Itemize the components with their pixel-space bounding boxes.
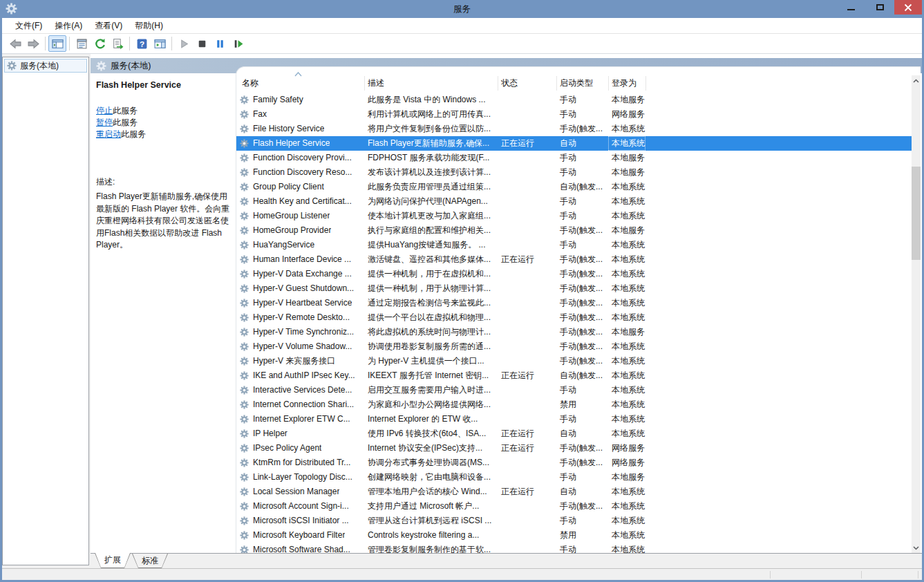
table-row[interactable]: Microsoft iSCSI Initiator ... 管理从这台计算机到远… (236, 514, 912, 528)
service-gear-icon (240, 270, 249, 279)
table-row[interactable]: Hyper-V Data Exchange ... 提供一种机制，用于在虚拟机和… (236, 267, 912, 281)
table-row[interactable]: Family Safety 此服务是 Vista 中的 Windows ... … (236, 93, 912, 107)
console-tree-icon (52, 38, 64, 50)
service-logon-as-cell: 本地系统 (608, 136, 645, 151)
table-row[interactable]: Fax 利用计算机或网络上的可用传真... 手动 网络服务 (236, 107, 912, 122)
table-row[interactable]: Internet Connection Shari... 为家庭和小型办公网络提… (236, 397, 912, 412)
scroll-up-button[interactable] (912, 75, 921, 86)
table-row[interactable]: HuaYangService 提供HuaYang按键通知服务。 ... 手动 本… (236, 238, 912, 252)
service-status-cell (498, 383, 556, 397)
table-row[interactable]: Hyper-V Guest Shutdown... 提供一种机制，用于从物理计算… (236, 281, 912, 296)
table-row[interactable]: Hyper-V Heartbeat Service 通过定期报告检测信号来监视此… (236, 296, 912, 310)
scroll-down-button[interactable] (912, 543, 921, 553)
table-row[interactable]: Microsoft Software Shad... 管理卷影复制服务制作的基于… (236, 543, 912, 553)
table-row[interactable]: Internet Explorer ETW C... Internet Expl… (236, 412, 912, 426)
column-header-description[interactable]: 描述 (364, 67, 498, 93)
menu-view[interactable]: 查看(V) (88, 18, 129, 34)
table-row[interactable]: Flash Helper Service Flash Player更新辅助服务,… (236, 136, 912, 151)
column-header-status[interactable]: 状态 (498, 67, 556, 93)
maximize-button[interactable] (865, 0, 894, 15)
tree-item-label: 服务(本地) (20, 60, 59, 72)
table-row[interactable]: Hyper-V Remote Deskto... 提供一个平台以在虚拟机和物理.… (236, 310, 912, 325)
service-status-cell (498, 310, 556, 325)
table-row[interactable]: Group Policy Client 此服务负责应用管理员通过组策... 自动… (236, 180, 912, 194)
column-header-logon-as[interactable]: 登录为 (608, 67, 645, 93)
table-row[interactable]: Microsoft Account Sign-i... 支持用户通过 Micro… (236, 499, 912, 514)
table-row[interactable]: Hyper-V 来宾服务接口 为 Hyper-V 主机提供一个接口... 手动(… (236, 354, 912, 368)
action-pane-icon (154, 38, 166, 50)
table-row[interactable]: Human Interface Device ... 激活键盘、遥控器和其他多媒… (236, 252, 912, 267)
show-action-pane-button[interactable] (151, 35, 169, 52)
table-row[interactable]: IPsec Policy Agent Internet 协议安全(IPSec)支… (236, 441, 912, 456)
help-button[interactable]: ? (133, 35, 151, 52)
table-row[interactable]: HomeGroup Listener 使本地计算机更改与加入家庭组... 手动 … (236, 209, 912, 223)
pause-service-button[interactable] (211, 35, 229, 52)
service-logon-as-cell: 网络服务 (608, 107, 645, 122)
service-status-cell (498, 281, 556, 296)
service-description: Flash Player更新辅助服务,确保使用最新版的 Flash Player… (96, 191, 232, 252)
start-service-icon (178, 38, 190, 50)
service-gear-icon (240, 255, 249, 264)
scrollbar-thumb[interactable] (912, 167, 921, 260)
table-row[interactable]: Interactive Services Dete... 启用交互服务需要用户输… (236, 383, 912, 397)
column-header-startup-type[interactable]: 启动类型 (556, 67, 608, 93)
service-description-cell: 管理本地用户会话的核心 Wind... (364, 485, 498, 499)
service-startup-type-cell: 自动 (556, 426, 608, 441)
header-separator[interactable] (556, 76, 557, 91)
minimize-button[interactable] (836, 0, 865, 15)
table-row[interactable]: IP Helper 使用 IPv6 转换技术(6to4、ISA... 正在运行 … (236, 426, 912, 441)
header-separator[interactable] (645, 76, 646, 91)
properties-button[interactable] (73, 35, 91, 52)
tab-standard[interactable]: 标准 (132, 554, 168, 568)
service-name: HomeGroup Provider (253, 223, 331, 238)
tab-extended[interactable]: 扩展 (95, 553, 131, 568)
tab-label: 标准 (142, 555, 158, 567)
restart-service-link[interactable]: 重启动 (96, 129, 121, 139)
header-separator[interactable] (608, 76, 609, 91)
header-separator[interactable] (498, 76, 498, 91)
refresh-button[interactable] (91, 35, 109, 52)
service-status-cell: 正在运行 (498, 426, 556, 441)
service-logon-as-cell: 本地服务 (608, 165, 645, 180)
service-status-cell (498, 238, 556, 252)
menu-action[interactable]: 操作(A) (48, 18, 88, 34)
header-separator[interactable] (364, 76, 365, 91)
table-row[interactable]: Local Session Manager 管理本地用户会话的核心 Wind..… (236, 485, 912, 499)
close-button[interactable] (894, 0, 922, 15)
table-row[interactable]: Function Discovery Provi... FDPHOST 服务承载… (236, 151, 912, 165)
stop-service-link[interactable]: 停止 (96, 106, 113, 115)
back-button[interactable] (6, 35, 24, 52)
restart-service-button[interactable] (229, 35, 247, 52)
table-row[interactable]: Hyper-V Time Synchroniz... 将此虚拟机的系统时间与物理… (236, 325, 912, 339)
service-status-cell (498, 165, 556, 180)
column-header-name[interactable]: 名称 (236, 67, 364, 93)
service-name: Family Safety (253, 93, 303, 107)
table-row[interactable]: Health Key and Certificat... 为网络访问保护代理(N… (236, 194, 912, 209)
pause-service-link[interactable]: 暂停 (96, 118, 113, 127)
stop-service-button[interactable] (193, 35, 211, 52)
service-startup-type-cell: 手动 (556, 165, 608, 180)
show-console-tree-button[interactable] (48, 35, 66, 52)
forward-button[interactable] (24, 35, 42, 52)
service-logon-as-cell: 本地系统 (608, 368, 645, 383)
table-row[interactable]: File History Service 将用户文件复制到备份位置以防... 手… (236, 122, 912, 136)
service-status-cell (498, 223, 556, 238)
service-name: Health Key and Certificat... (253, 194, 352, 209)
menu-file[interactable]: 文件(F) (9, 18, 48, 34)
table-row[interactable]: Function Discovery Reso... 发布该计算机以及连接到该计… (236, 165, 912, 180)
table-row[interactable]: HomeGroup Provider 执行与家庭组的配置和维护相关... 手动(… (236, 223, 912, 238)
table-row[interactable]: KtmRm for Distributed Tr... 协调分布式事务处理协调器… (236, 456, 912, 470)
vertical-scrollbar[interactable] (912, 75, 921, 553)
table-row[interactable]: IKE and AuthIP IPsec Key... IKEEXT 服务托管 … (236, 368, 912, 383)
menubar: 文件(F) 操作(A) 查看(V) 帮助(H) (2, 18, 922, 34)
table-row[interactable]: Hyper-V Volume Shadow... 协调使用卷影复制服务所需的通.… (236, 339, 912, 354)
export-list-button[interactable] (109, 35, 126, 52)
tree-item-services-local[interactable]: 服务(本地) (4, 59, 87, 73)
table-row[interactable]: Microsoft Keyboard Filter Controls keyst… (236, 528, 912, 543)
description-label: 描述: (96, 176, 230, 188)
service-gear-icon (240, 429, 249, 438)
table-row[interactable]: Link-Layer Topology Disc... 创建网络映射，它由电脑和… (236, 470, 912, 485)
service-name: Microsoft iSCSI Initiator ... (253, 514, 349, 528)
start-service-button[interactable] (175, 35, 193, 52)
menu-help[interactable]: 帮助(H) (129, 18, 169, 34)
